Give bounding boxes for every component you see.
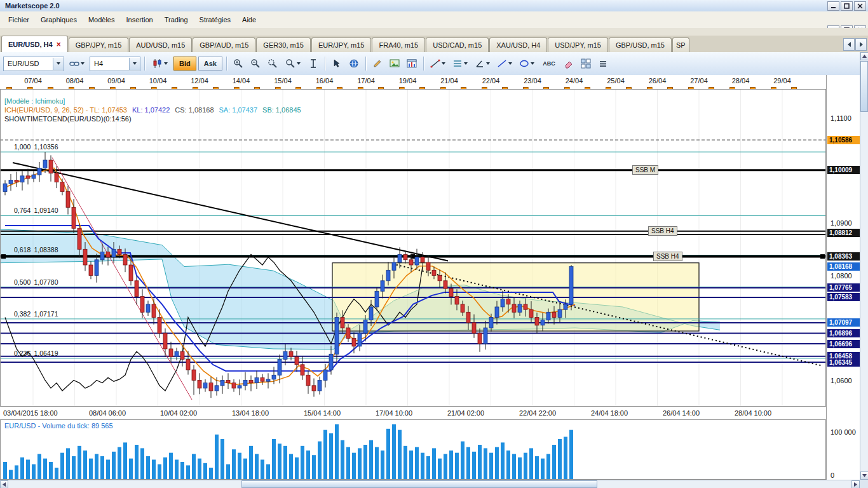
draw-button[interactable]: [370, 56, 385, 71]
menu-trading[interactable]: Trading: [159, 13, 194, 27]
tab-scroll-left-button[interactable]: [843, 38, 855, 51]
more-tools-button[interactable]: [595, 56, 611, 71]
layout-button[interactable]: [578, 56, 593, 71]
ask-label: Ask: [204, 60, 217, 67]
menu-aide[interactable]: Aide: [236, 13, 262, 27]
tab-label: SP: [676, 41, 686, 49]
vertical-cursor-button[interactable]: [306, 56, 321, 71]
symbol-combo[interactable]: EUR/USD: [3, 57, 64, 71]
link-chart-button[interactable]: [66, 56, 88, 71]
tab-ger30-m15[interactable]: GER30, m15: [256, 37, 311, 52]
tab-label: XAU/USD, H4: [496, 41, 540, 49]
horizontal-scroll-thumb[interactable]: [241, 480, 597, 488]
menu-stratgies[interactable]: Stratégies: [194, 13, 237, 27]
close-button[interactable]: [854, 1, 866, 11]
scroll-right-button[interactable]: [851, 480, 860, 488]
scroll-left-button[interactable]: [0, 480, 8, 488]
tab-close-icon[interactable]: ×: [57, 41, 61, 48]
zoom-in-icon: [233, 58, 243, 69]
maximize-button[interactable]: [841, 1, 853, 11]
tab-gbp-jpy-m15[interactable]: GBP/JPY, m15: [69, 37, 129, 52]
text-tool-button[interactable]: ABC: [539, 56, 559, 71]
fibonacci-tool-button[interactable]: [428, 56, 448, 71]
tab-aud-usd-m15[interactable]: AUD/USD, m15: [129, 37, 192, 52]
price-chart-canvas[interactable]: [0, 89, 826, 407]
tab-xau-usd-h4[interactable]: XAU/USD, H4: [489, 37, 547, 52]
zoom-out-button[interactable]: [248, 56, 263, 71]
chevron-down-icon: [297, 62, 301, 65]
zoom-in-button[interactable]: [231, 56, 246, 71]
bottom-axis-date: 10/04 02:00: [160, 409, 197, 417]
bid-button[interactable]: Bid: [173, 57, 196, 71]
timeframe-combo[interactable]: H4: [90, 57, 140, 71]
zoom-out-icon: [250, 58, 261, 69]
globe-icon: [349, 58, 359, 69]
chevron-down-icon: [81, 62, 85, 65]
fib-label: 0,618 1,08388: [14, 246, 58, 254]
zoom-select-button[interactable]: [265, 56, 280, 71]
tab-gbp-aud-m15[interactable]: GBP/AUD, m15: [193, 37, 255, 52]
levels-tool-button[interactable]: [450, 56, 470, 71]
tab-label: EUR/JPY, m15: [318, 41, 365, 49]
bottom-axis-date: 28/04 10:00: [735, 409, 771, 417]
ssb-label: SSB H4: [653, 252, 682, 261]
tab-sp[interactable]: SP: [672, 37, 689, 52]
separator: [365, 57, 366, 71]
price-tag: 1,08812: [827, 229, 860, 237]
new-chart-window-button[interactable]: [404, 56, 419, 71]
minimize-button[interactable]: [827, 1, 839, 11]
chart-tabs: EUR/USD, H4×GBP/JPY, m15AUD/USD, m15GBP/…: [1, 36, 690, 52]
price-tag: 1,07765: [827, 283, 860, 292]
magnifier-icon: [285, 58, 295, 69]
snapshot-button[interactable]: [387, 56, 402, 71]
vertical-scroll-thumb[interactable]: [860, 61, 868, 112]
volume-pane[interactable]: EUR/USD - Volume du tick: 89 565: [0, 419, 826, 480]
top-axis-date: 10/04: [144, 77, 172, 85]
chart-type-button[interactable]: [149, 56, 172, 71]
price-axis[interactable]: 1,11001,09001,08001,06001,105861,100091,…: [826, 75, 860, 480]
trendline-tool-button[interactable]: [494, 56, 515, 71]
bottom-axis-date: 17/04 10:00: [376, 409, 412, 417]
price-tag: 1,07097: [827, 318, 860, 327]
y-axis-tick: 1,0900: [831, 219, 852, 227]
fib-label: 0,500 1,07780: [14, 278, 58, 286]
tab-gbp-usd-m15[interactable]: GBP/USD, m15: [609, 37, 672, 52]
ich-segment: CS: 1,08168: [175, 106, 214, 114]
pointer-button[interactable]: [329, 56, 344, 71]
tab-usd-jpy-m15[interactable]: USD/JPY, m15: [548, 37, 608, 52]
angle-icon: [475, 58, 485, 69]
tab-eur-jpy-m15[interactable]: EUR/JPY, m15: [311, 37, 372, 52]
menu-modles[interactable]: Modèles: [83, 13, 121, 27]
abc-label: ABC: [543, 60, 555, 67]
top-axis-date: 17/04: [352, 77, 380, 85]
vertical-scrollbar[interactable]: [860, 52, 868, 480]
bid-label: Bid: [179, 60, 191, 67]
menu-fichier[interactable]: Fichier: [3, 13, 35, 27]
scroll-up-button[interactable]: [860, 52, 868, 60]
tab-eur-usd-h4[interactable]: EUR/USD, H4×: [1, 36, 68, 52]
angle-tool-button[interactable]: [472, 56, 492, 71]
top-axis-date: 23/04: [519, 77, 546, 85]
main-chart[interactable]: [Modèle : Ichimoku] ICH(EUR/USD, 9, 26, …: [0, 89, 826, 407]
fibonacci-icon: [430, 58, 440, 69]
tab-usd-cad-m15[interactable]: USD/CAD, m15: [426, 37, 489, 52]
window-title: Marketscope 2.0: [5, 2, 60, 10]
scroll-down-button[interactable]: [860, 471, 868, 480]
zoom-mode-button[interactable]: [282, 56, 304, 71]
titlebar: Marketscope 2.0: [0, 0, 868, 12]
tab-scroll-right-button[interactable]: [855, 38, 867, 51]
bottom-axis-date: 24/04 18:00: [591, 409, 628, 417]
ssb-label: SSB H4: [648, 226, 677, 236]
tab-fra40-m15[interactable]: FRA40, m15: [372, 37, 425, 52]
menu-insertion[interactable]: Insertion: [120, 13, 158, 27]
ssb-label: SSB M: [632, 165, 658, 175]
menubar: FichierGraphiquesModèlesInsertionTrading…: [0, 11, 868, 29]
tab-label: GBP/AUD, m15: [200, 41, 248, 49]
ask-button[interactable]: Ask: [198, 57, 222, 71]
eraser-button[interactable]: [561, 56, 576, 71]
horizontal-scrollbar[interactable]: [0, 480, 860, 488]
web-button[interactable]: [346, 56, 362, 71]
top-axis-date: 08/04: [61, 77, 89, 85]
menu-graphiques[interactable]: Graphiques: [35, 13, 83, 27]
shape-tool-button[interactable]: [517, 56, 537, 71]
